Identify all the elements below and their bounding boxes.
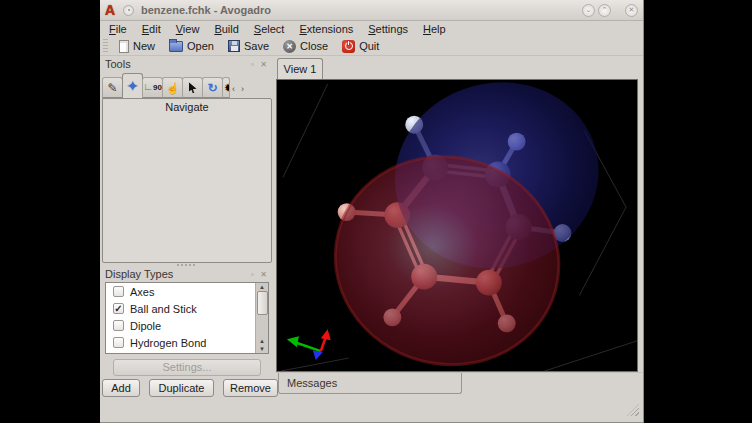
list-scrollbar[interactable]: ▲ ▲ ▼ <box>255 283 268 353</box>
open-button[interactable]: Open <box>162 37 221 55</box>
avogadro-window: A benzene.fchk - Avogadro ⌄ ⌃ ✕ File Edi… <box>100 0 644 423</box>
tools-dock-title: Tools <box>105 58 247 70</box>
toolbar-handle[interactable] <box>103 39 108 53</box>
navigate-tool-tab[interactable]: ✦ <box>122 73 143 98</box>
dock-float-button[interactable]: ▫ <box>247 270 258 279</box>
add-button[interactable]: Add <box>102 379 140 397</box>
close-circle-icon: ✕ <box>283 40 296 53</box>
scroll-up-icon[interactable]: ▲ <box>259 283 265 291</box>
tool-settings-panel: Navigate <box>102 98 272 263</box>
new-document-icon <box>119 40 129 53</box>
list-item-hydrogen-bond[interactable]: Hydrogen Bond <box>106 334 268 351</box>
pin-button[interactable] <box>123 5 134 16</box>
active-tool-label: Navigate <box>165 101 208 113</box>
maximize-button[interactable]: ⌃ <box>598 4 611 17</box>
display-types-dock: Display Types ▫ ✕ Axes ✓ Ball and Stick … <box>102 267 272 377</box>
scrollbar-thumb[interactable] <box>257 291 268 315</box>
close-button[interactable]: ✕ <box>625 4 638 17</box>
screen: A benzene.fchk - Avogadro ⌄ ⌃ ✕ File Edi… <box>0 0 752 423</box>
dock-close-button[interactable]: ✕ <box>258 270 269 279</box>
display-types-actions: Add Duplicate Remove <box>102 379 278 397</box>
display-types-title: Display Types <box>105 268 247 280</box>
selection-tool-tab[interactable] <box>182 77 203 98</box>
quit-button[interactable]: Quit <box>335 37 386 55</box>
navigate-star-icon: ✦ <box>127 80 139 92</box>
rotate-icon: ↻ <box>207 82 217 94</box>
status-bar <box>276 396 642 422</box>
open-folder-icon <box>169 41 183 52</box>
list-item-dipole[interactable]: Dipole <box>106 317 268 334</box>
title-bar[interactable]: A benzene.fchk - Avogadro ⌄ ⌃ ✕ <box>100 0 643 21</box>
bottom-tab-bar: Messages <box>276 372 642 396</box>
scroll-up-icon[interactable]: ▲ <box>259 337 265 345</box>
tab-scroll-right-icon[interactable]: › <box>238 82 247 96</box>
manipulate-tool-tab[interactable]: ☝ <box>162 77 183 98</box>
main-area: View 1 <box>276 56 642 423</box>
display-types-list: Axes ✓ Ball and Stick Dipole Hydrogen Bo… <box>105 282 269 354</box>
draw-tool-tab[interactable]: ✎ <box>102 77 123 98</box>
menu-edit[interactable]: Edit <box>137 22 166 36</box>
resize-grip[interactable] <box>627 404 639 416</box>
quit-power-icon <box>342 40 355 53</box>
dock-float-button[interactable]: ▫ <box>247 60 258 69</box>
3d-viewport[interactable] <box>276 79 638 372</box>
tool-tab-bar: ✎ ✦ ∟90 ☝ ↻ ✹ <box>102 73 272 98</box>
menu-view[interactable]: View <box>171 22 205 36</box>
angle-90-icon: ∟90 <box>143 81 162 94</box>
hydrogen-bond-checkbox[interactable] <box>113 337 124 348</box>
pencil-icon: ✎ <box>107 82 117 94</box>
measure-tool-tab[interactable]: ∟90 <box>142 77 163 98</box>
remove-button[interactable]: Remove <box>223 379 278 397</box>
list-item-axes[interactable]: Axes <box>106 283 268 300</box>
view-tab-bar: View 1 <box>276 56 642 79</box>
dipole-checkbox[interactable] <box>113 320 124 331</box>
avogadro-logo-icon: A <box>105 2 118 18</box>
display-types-header[interactable]: Display Types ▫ ✕ <box>102 267 272 281</box>
menu-help[interactable]: Help <box>418 22 451 36</box>
ball-and-stick-checkbox[interactable]: ✓ <box>113 303 124 314</box>
tools-dock-header[interactable]: Tools ▫ ✕ <box>102 57 272 71</box>
hand-icon: ☝ <box>166 82 180 94</box>
menu-build[interactable]: Build <box>209 22 243 36</box>
axes-checkbox[interactable] <box>113 286 124 297</box>
menu-extensions[interactable]: Extensions <box>294 22 358 36</box>
new-button[interactable]: New <box>112 37 162 55</box>
menu-select[interactable]: Select <box>249 22 290 36</box>
window-title: benzene.fchk - Avogadro <box>141 4 271 16</box>
auto-rotate-tool-tab[interactable]: ↻ <box>202 77 223 98</box>
tab-scroll-left-icon[interactable]: ‹ <box>229 82 238 96</box>
main-toolbar: New Open Save ✕ Close Quit <box>100 37 643 56</box>
close-file-button[interactable]: ✕ Close <box>276 37 335 55</box>
minimize-button[interactable]: ⌄ <box>582 4 595 17</box>
molecule-scene[interactable] <box>277 80 637 371</box>
menu-settings[interactable]: Settings <box>363 22 413 36</box>
scroll-down-icon[interactable]: ▼ <box>259 345 265 353</box>
list-item-ball-and-stick[interactable]: ✓ Ball and Stick <box>106 300 268 317</box>
tools-dock: Tools ▫ ✕ ✎ ✦ ∟90 ☝ <box>102 57 272 263</box>
tab-view-1[interactable]: View 1 <box>277 58 323 79</box>
dock-close-button[interactable]: ✕ <box>258 60 269 69</box>
duplicate-button[interactable]: Duplicate <box>149 379 214 397</box>
tab-messages[interactable]: Messages <box>278 373 462 394</box>
settings-button[interactable]: Settings... <box>113 359 261 376</box>
menu-file[interactable]: File <box>104 22 132 36</box>
menu-bar: File Edit View Build Select Extensions S… <box>100 21 643 37</box>
save-disk-icon <box>228 40 240 52</box>
cursor-arrow-icon <box>189 82 197 93</box>
save-button[interactable]: Save <box>221 37 276 55</box>
